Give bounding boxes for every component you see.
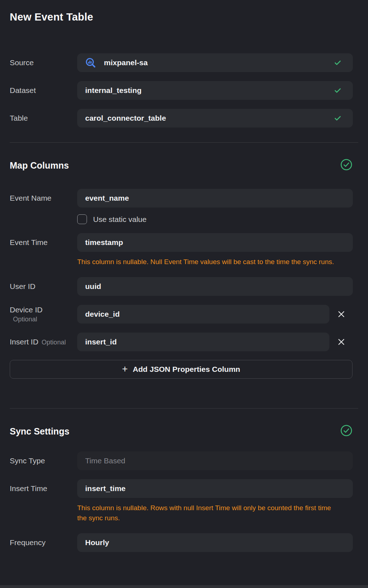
- device-id-value: device_id: [85, 310, 321, 318]
- use-static-value-row: Use static value: [77, 214, 358, 224]
- event-time-warning: This column is nullable. Null Event Time…: [77, 257, 334, 267]
- event-name-value: event_name: [85, 194, 345, 202]
- insert-time-input[interactable]: insert_time: [77, 479, 353, 498]
- insert-id-optional-label: Optional: [41, 339, 66, 346]
- insert-time-label: Insert Time: [10, 484, 77, 493]
- insert-id-row: Insert ID Optional insert_id: [10, 333, 358, 351]
- insert-id-remove-slot: [329, 336, 353, 348]
- source-select[interactable]: mixpanel-sa: [77, 53, 353, 72]
- sync-settings-title: Sync Settings: [10, 426, 69, 437]
- close-icon: [337, 310, 345, 318]
- insert-id-remove-button[interactable]: [335, 336, 347, 348]
- insert-time-value: insert_time: [85, 484, 345, 493]
- dataset-value: internal_testing: [85, 86, 333, 95]
- user-id-value: uuid: [85, 282, 345, 291]
- device-id-label: Device ID: [10, 306, 77, 314]
- source-label: Source: [10, 58, 77, 67]
- footer-edge: [0, 585, 368, 588]
- check-icon: [333, 86, 342, 95]
- frequency-row: Frequency Hourly: [10, 533, 358, 552]
- insert-id-input[interactable]: insert_id: [77, 333, 329, 351]
- device-id-row: Device ID Optional device_id: [10, 305, 358, 324]
- close-icon: [337, 338, 345, 346]
- table-label: Table: [10, 114, 77, 122]
- sync-settings-header: Sync Settings: [10, 424, 358, 438]
- insert-time-warning: This column is nullable. Rows with null …: [77, 503, 334, 523]
- device-id-input[interactable]: device_id: [77, 305, 329, 324]
- event-name-input[interactable]: event_name: [77, 189, 353, 208]
- table-value: carol_connector_table: [85, 114, 333, 122]
- insert-id-label-group: Insert ID Optional: [10, 338, 77, 346]
- insert-time-row: Insert Time insert_time: [10, 479, 358, 498]
- dataset-field-row: Dataset internal_testing: [10, 81, 358, 100]
- insert-id-value: insert_id: [85, 338, 321, 346]
- event-time-row: Event Time timestamp: [10, 233, 358, 252]
- use-static-value-checkbox[interactable]: [77, 214, 87, 224]
- frequency-value: Hourly: [85, 538, 345, 547]
- bigquery-source-icon: [85, 57, 96, 68]
- event-time-value: timestamp: [85, 238, 345, 247]
- circle-check-icon: [340, 159, 352, 172]
- dataset-select[interactable]: internal_testing: [77, 81, 353, 100]
- sync-type-input: Time Based: [77, 451, 353, 470]
- circle-check-icon: [340, 424, 352, 438]
- device-id-optional-label: Optional: [10, 316, 77, 323]
- map-columns-header: Map Columns: [10, 159, 358, 172]
- event-time-label: Event Time: [10, 238, 77, 247]
- page-title: New Event Table: [10, 11, 358, 23]
- sync-type-row: Sync Type Time Based: [10, 451, 358, 470]
- device-id-remove-button[interactable]: [335, 308, 347, 320]
- user-id-row: User ID uuid: [10, 277, 358, 296]
- frequency-label: Frequency: [10, 538, 77, 547]
- sync-type-value: Time Based: [85, 456, 345, 465]
- section-divider: [10, 408, 358, 409]
- plus-icon: +: [122, 364, 128, 374]
- event-time-input[interactable]: timestamp: [77, 233, 353, 252]
- insert-id-label: Insert ID: [10, 338, 38, 346]
- table-select[interactable]: carol_connector_table: [77, 109, 353, 128]
- check-icon: [333, 114, 342, 122]
- table-field-row: Table carol_connector_table: [10, 109, 358, 128]
- sync-type-label: Sync Type: [10, 456, 77, 465]
- section-divider: [10, 142, 358, 143]
- device-id-label-group: Device ID Optional: [10, 306, 77, 323]
- source-field-row: Source mixpanel-sa: [10, 53, 358, 72]
- use-static-value-label: Use static value: [93, 215, 146, 224]
- add-json-properties-label: Add JSON Properties Column: [133, 365, 240, 374]
- frequency-input[interactable]: Hourly: [77, 533, 353, 552]
- event-name-row: Event Name event_name: [10, 189, 358, 208]
- dataset-label: Dataset: [10, 86, 77, 95]
- device-id-remove-slot: [329, 308, 353, 320]
- check-icon: [333, 58, 342, 67]
- user-id-label: User ID: [10, 282, 77, 291]
- user-id-input[interactable]: uuid: [77, 277, 353, 296]
- source-value: mixpanel-sa: [104, 58, 333, 67]
- event-name-label: Event Name: [10, 194, 77, 202]
- add-json-properties-button[interactable]: + Add JSON Properties Column: [10, 360, 352, 379]
- map-columns-title: Map Columns: [10, 160, 69, 171]
